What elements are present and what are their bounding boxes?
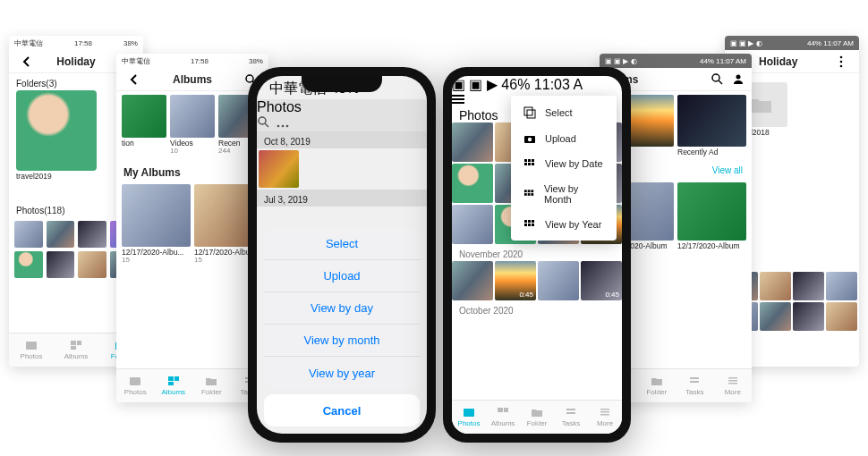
- svg-rect-61: [528, 220, 531, 223]
- albums-icon: [70, 340, 82, 350]
- header: Albums: [116, 68, 268, 91]
- video-thumb[interactable]: 0:45: [581, 261, 622, 300]
- sheet-item-view-by-year[interactable]: View by year: [264, 357, 420, 389]
- svg-rect-50: [532, 159, 534, 162]
- tab-folder[interactable]: Folder: [192, 369, 231, 402]
- menu-item-upload[interactable]: Upload: [511, 126, 617, 151]
- tab-more[interactable]: More: [714, 369, 753, 402]
- svg-line-19: [719, 80, 722, 84]
- status-time: 17:58: [191, 57, 208, 65]
- back-button[interactable]: [16, 56, 38, 67]
- svg-rect-23: [690, 377, 699, 379]
- svg-rect-36: [464, 409, 474, 417]
- photo-thumb[interactable]: [826, 302, 857, 331]
- user-button[interactable]: [732, 72, 745, 87]
- month-section-header: October 2020: [452, 300, 622, 317]
- svg-rect-34: [452, 98, 464, 100]
- tab-albums[interactable]: Albums: [155, 369, 193, 402]
- tab-photos[interactable]: Photos: [9, 334, 54, 367]
- sheet-item-upload[interactable]: Upload: [264, 260, 420, 292]
- photo-thumb[interactable]: [793, 302, 824, 331]
- smart-album[interactable]: Recently Ad: [677, 95, 746, 158]
- svg-rect-51: [524, 163, 527, 165]
- tab-albums[interactable]: Albums: [54, 334, 98, 367]
- svg-rect-42: [600, 411, 609, 413]
- tab-folder[interactable]: Folder: [638, 369, 677, 402]
- video-duration: 0:45: [519, 291, 533, 299]
- svg-rect-37: [498, 408, 503, 412]
- status-icons: ▣ ▣ ▶ ◐: [605, 57, 637, 65]
- folder-cover[interactable]: [16, 90, 97, 171]
- status-bar: ▣ ▣ ▶ ◐ 44% 11:07 AM: [600, 54, 752, 68]
- photo-thumb[interactable]: [793, 272, 824, 300]
- status-icons: ▣ ▣ ▶: [452, 77, 498, 92]
- menu-item-view-by-year[interactable]: View by Year: [511, 212, 617, 237]
- photo-thumb[interactable]: [452, 122, 493, 162]
- smart-album[interactable]: Videos10: [170, 95, 215, 157]
- svg-rect-59: [531, 193, 533, 196]
- menu-item-select[interactable]: Select: [511, 99, 617, 126]
- albums-icon: [167, 376, 180, 386]
- photo-thumb[interactable]: [538, 261, 579, 300]
- user-icon: [732, 72, 745, 85]
- photo-thumb[interactable]: [78, 221, 106, 248]
- svg-rect-52: [528, 163, 531, 165]
- svg-rect-26: [728, 380, 737, 382]
- album-item[interactable]: 12/17/2020-Albu...15: [122, 184, 191, 266]
- folder-icon: [531, 407, 543, 418]
- tab-tasks[interactable]: Tasks: [554, 401, 588, 434]
- svg-rect-12: [168, 382, 174, 385]
- photo-thumb[interactable]: [452, 261, 493, 300]
- tab-more[interactable]: More: [588, 401, 622, 434]
- action-sheet: Select Upload View by day View by month …: [264, 228, 420, 426]
- menu-item-view-by-month[interactable]: View by Month: [511, 176, 617, 212]
- albums-icon: [497, 407, 509, 418]
- photo-thumb[interactable]: [47, 251, 75, 278]
- svg-rect-49: [528, 159, 531, 162]
- photo-thumb[interactable]: [826, 272, 857, 300]
- tab-photos[interactable]: Photos: [116, 369, 155, 402]
- select-icon: [523, 106, 536, 119]
- video-thumb[interactable]: 0:45: [495, 261, 536, 300]
- svg-rect-27: [728, 383, 737, 384]
- svg-rect-24: [690, 381, 699, 383]
- photo-thumb[interactable]: [760, 272, 791, 300]
- svg-rect-9: [130, 377, 140, 385]
- back-button[interactable]: [123, 74, 145, 85]
- svg-point-18: [712, 74, 719, 81]
- photo-thumb[interactable]: [760, 302, 791, 331]
- svg-rect-53: [532, 163, 534, 165]
- sheet-item-view-by-day[interactable]: View by day: [264, 292, 420, 325]
- sheet-cancel[interactable]: Cancel: [264, 394, 420, 426]
- svg-point-17: [840, 64, 843, 67]
- photo-thumb[interactable]: [47, 221, 75, 248]
- photo-thumb[interactable]: [78, 251, 106, 278]
- status-battery: 38%: [123, 39, 138, 47]
- album-item[interactable]: 12/17/2020-Album: [677, 182, 746, 252]
- photo-thumb[interactable]: [14, 251, 43, 278]
- status-time: 11:07 AM: [823, 39, 854, 47]
- tab-tasks[interactable]: Tasks: [676, 369, 714, 402]
- svg-rect-60: [524, 220, 527, 223]
- svg-rect-43: [600, 414, 609, 416]
- status-battery: 46%: [501, 77, 530, 92]
- photo-thumb[interactable]: [452, 164, 493, 203]
- tab-folder[interactable]: Folder: [520, 401, 554, 434]
- menu-item-view-by-date[interactable]: View by Date: [511, 151, 617, 176]
- tab-albums[interactable]: Albums: [486, 401, 520, 434]
- svg-rect-65: [532, 224, 534, 226]
- status-battery: 38%: [249, 57, 263, 65]
- tab-photos[interactable]: Photos: [452, 401, 486, 434]
- sheet-item-view-by-month[interactable]: View by month: [264, 325, 420, 357]
- photo-thumb[interactable]: [452, 205, 493, 244]
- status-carrier: 中華電信: [122, 56, 150, 66]
- chevron-left-icon: [129, 74, 140, 85]
- smart-album[interactable]: tion: [122, 95, 166, 157]
- search-button[interactable]: [711, 72, 723, 87]
- overflow-button[interactable]: [830, 55, 852, 68]
- phone-ios-albums: 中華電信 17:58 38% Albums tion Videos10 Rece…: [116, 54, 268, 402]
- photo-thumb[interactable]: [14, 221, 43, 248]
- svg-point-47: [528, 138, 532, 141]
- sheet-item-select[interactable]: Select: [264, 228, 420, 260]
- photos-icon: [129, 376, 141, 386]
